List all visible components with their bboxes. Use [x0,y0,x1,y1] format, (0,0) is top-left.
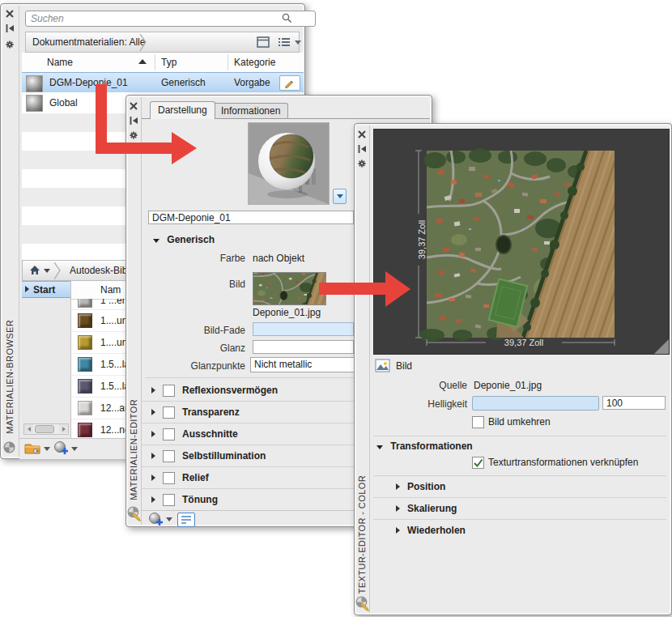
table-row-selected[interactable]: DGM-Deponie_01 Generisch Vorgabe [22,72,304,94]
autohide-pin-icon[interactable] [126,114,141,127]
column-typ[interactable]: Typ [161,57,177,68]
generisch-header[interactable]: Generisch [153,234,215,245]
create-material-icon[interactable] [53,440,69,456]
home-caret-icon[interactable] [44,269,50,273]
column-divider [155,54,155,70]
section-checkbox[interactable] [163,428,175,440]
material-swatch [78,313,92,328]
panel-title-materialien-editor: MATERIALIEN-EDITOR [129,399,138,500]
autohide-pin-icon[interactable] [355,143,369,155]
bild-umkehren-label[interactable]: Bild umkehren [488,416,551,428]
preview-options-button[interactable] [333,189,347,204]
generisch-title: Generisch [167,234,215,245]
section-collapsed-icon[interactable] [151,453,155,459]
library-breadcrumb[interactable]: Autodesk-Bib [70,265,127,276]
quelle-label: Quelle [386,380,467,391]
material-preview[interactable] [248,122,330,205]
preview-pane-toggle-icon[interactable] [257,36,270,48]
library-item-label: 1 ...en [100,299,127,306]
section-collapsed-icon[interactable] [396,527,400,534]
glanz-field[interactable] [253,340,354,354]
library-chevron-icon [53,262,62,279]
texturtransformationen-label[interactable]: Texturtransformationen verknüpfen [488,457,638,468]
tree-expand-icon[interactable] [25,286,29,292]
texture-preview-area[interactable]: 39,37 Zoll 39,37 Zoll [373,129,670,355]
glanzpunkte-dropdown[interactable]: Nicht metallic [250,357,355,372]
section-collapsed-icon[interactable] [151,431,155,437]
screen: MATERIALIEN-BROWSER Dokumentmaterialien:… [0,0,672,617]
search-input[interactable] [25,11,316,27]
sort-ascending-icon[interactable] [138,59,147,64]
column-name[interactable]: Name [47,57,73,68]
section-collapsed-icon[interactable] [151,496,155,503]
section-collapsed-icon[interactable] [151,409,155,415]
edit-material-button[interactable] [279,75,300,91]
section-collapsed-icon[interactable] [151,474,155,481]
bild-fade-label: Bild-Fade [164,325,245,336]
section-checkbox[interactable] [163,450,175,462]
scroll-thumb[interactable] [35,425,54,433]
section-collapsed-icon[interactable] [151,387,155,394]
material-name-field[interactable] [148,211,354,224]
glanzpunkte-label: Glanzpunkte [164,360,245,372]
section-checkbox[interactable] [163,385,175,397]
bild-umkehren-checkbox[interactable] [472,416,484,428]
create-material-icon[interactable] [148,512,164,527]
close-icon[interactable] [126,100,141,113]
bild-fade-field[interactable] [253,322,354,336]
close-icon[interactable] [355,128,369,141]
glanzpunkte-value: Nicht metallic [254,359,312,370]
material-typ: Generisch [161,77,206,88]
section-checkbox[interactable] [163,472,175,484]
material-swatch [78,335,92,350]
close-icon[interactable] [1,7,19,20]
preview-options-caret-icon [337,194,343,198]
transformationen-header[interactable]: Transformationen [376,440,473,452]
column-divider [228,54,228,70]
section-position[interactable]: Position [370,476,670,497]
section-label: Skalierung [407,503,457,514]
farbe-value[interactable]: nach Objekt [253,253,304,264]
material-swatch [78,401,92,415]
section-collapsed-icon[interactable] [396,505,400,512]
tab-informationen[interactable]: Informationen [213,103,288,119]
create-material-caret-icon[interactable] [166,517,172,521]
column-kategorie[interactable]: Kategorie [234,57,275,68]
transformationen-title: Transformationen [390,440,472,452]
material-editor-badge-icon [127,506,141,521]
create-material-caret-icon[interactable] [71,447,78,451]
materials-browser-titlebar: MATERIALIEN-BROWSER [1,4,19,458]
texturtransformationen-checkbox[interactable] [472,457,484,469]
section-skalierung[interactable]: Skalierung [370,498,670,519]
properties-gear-icon[interactable] [355,157,369,170]
view-list-icon[interactable] [278,36,291,48]
helligkeit-slider[interactable] [472,396,599,411]
material-kategorie: Vorgabe [234,77,270,88]
manage-library-caret-icon[interactable] [44,447,50,451]
helligkeit-value-field[interactable] [602,396,666,410]
tree-item-start[interactable]: Start [22,281,70,298]
home-icon[interactable] [29,265,40,275]
quelle-value[interactable]: Deponie_01.jpg [474,380,542,391]
palette-badge-icon [3,441,15,453]
properties-gear-icon[interactable] [1,38,19,51]
breadcrumb[interactable]: Dokumentmaterialien: Alle [32,36,145,48]
view-list-caret-icon[interactable] [295,40,301,45]
section-checkbox[interactable] [163,406,175,419]
tab-darstellung[interactable]: Darstellung [150,101,215,119]
section-wiederholen[interactable]: Wiederholen [370,520,670,541]
section-collapsed-icon[interactable] [396,483,400,490]
autohide-pin-icon[interactable] [1,22,19,35]
scroll-left-icon[interactable] [24,424,33,433]
scroll-right-icon[interactable] [59,424,68,433]
tree-hscrollbar[interactable] [23,423,69,435]
glanz-label: Glanz [164,343,245,354]
bild-thumbnail[interactable] [253,272,326,305]
search-icon[interactable] [282,13,292,23]
show-browser-icon[interactable] [177,513,195,527]
section-label: Reflexionsvermögen [182,385,278,396]
properties-gear-icon[interactable] [126,129,141,142]
section-checkbox[interactable] [163,494,175,506]
preview-resize-grip [654,339,669,354]
manage-library-folder-icon[interactable] [24,441,40,455]
